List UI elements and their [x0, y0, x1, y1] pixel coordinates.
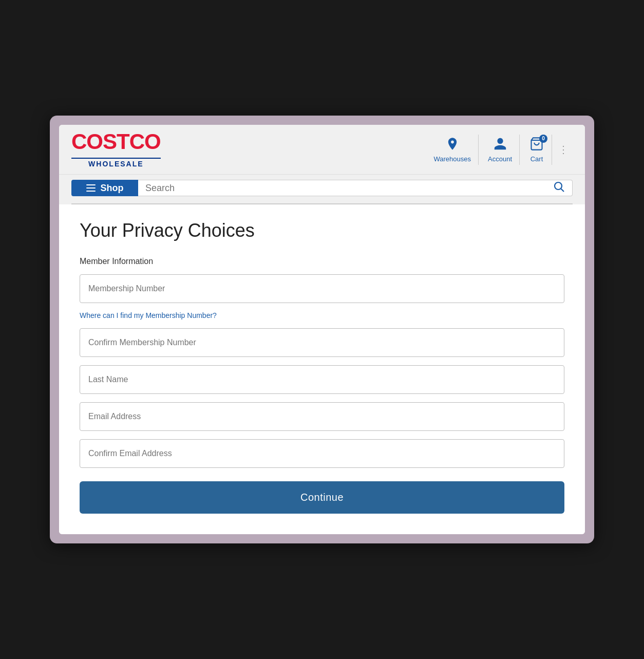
search-bar-area: Shop: [59, 175, 585, 203]
shop-label: Shop: [101, 183, 124, 194]
warehouses-label: Warehouses: [434, 155, 471, 163]
email-input[interactable]: [80, 402, 564, 431]
logo-costco-text: COSTCO: [71, 131, 161, 153]
main-content: Your Privacy Choices Member Information …: [59, 204, 585, 534]
search-input[interactable]: [145, 183, 553, 194]
section-label: Member Information: [80, 257, 564, 266]
continue-button[interactable]: Continue: [80, 481, 564, 514]
membership-help-link[interactable]: Where can I find my Membership Number?: [80, 311, 217, 319]
last-name-group: [80, 365, 564, 394]
hamburger-icon: [86, 184, 96, 192]
membership-number-input[interactable]: [80, 274, 564, 303]
page-wrapper: COSTCO WHOLESALE Warehouses: [59, 125, 585, 534]
account-person-icon: [493, 137, 507, 154]
hamburger-line-1: [86, 184, 96, 185]
last-name-input[interactable]: [80, 365, 564, 394]
confirm-email-input[interactable]: [80, 439, 564, 468]
page-title: Your Privacy Choices: [80, 220, 564, 241]
nav-account[interactable]: Account: [481, 135, 520, 165]
confirm-membership-group: [80, 328, 564, 357]
nav-icons: Warehouses Account: [427, 135, 573, 165]
costco-logo: COSTCO WHOLESALE: [71, 131, 161, 168]
nav-warehouses[interactable]: Warehouses: [427, 135, 479, 165]
membership-number-group: [80, 274, 564, 303]
search-icon-button[interactable]: [553, 180, 565, 196]
confirm-email-group: [80, 439, 564, 468]
svg-point-1: [555, 182, 562, 190]
hamburger-line-2: [86, 187, 96, 189]
search-input-wrapper: [138, 180, 573, 196]
cart-icon-wrapper: 0: [529, 137, 544, 154]
membership-help-group: Where can I find my Membership Number?: [80, 307, 564, 320]
hamburger-line-3: [86, 191, 96, 192]
nav-cart[interactable]: 0 Cart: [522, 135, 552, 165]
svg-line-2: [561, 189, 564, 192]
logo-wholesale-text: WHOLESALE: [71, 158, 161, 168]
header: COSTCO WHOLESALE Warehouses: [59, 125, 585, 175]
location-pin-icon: [445, 137, 460, 154]
email-group: [80, 402, 564, 431]
cart-badge: 0: [539, 135, 547, 143]
account-label: Account: [488, 155, 512, 163]
browser-window: COSTCO WHOLESALE Warehouses: [50, 116, 594, 543]
search-row: Shop: [71, 180, 573, 196]
logo-area: COSTCO WHOLESALE: [71, 131, 161, 168]
confirm-membership-input[interactable]: [80, 328, 564, 357]
cart-label: Cart: [531, 155, 543, 163]
shop-button[interactable]: Shop: [71, 180, 138, 196]
more-options-icon[interactable]: ⋮: [554, 141, 573, 158]
